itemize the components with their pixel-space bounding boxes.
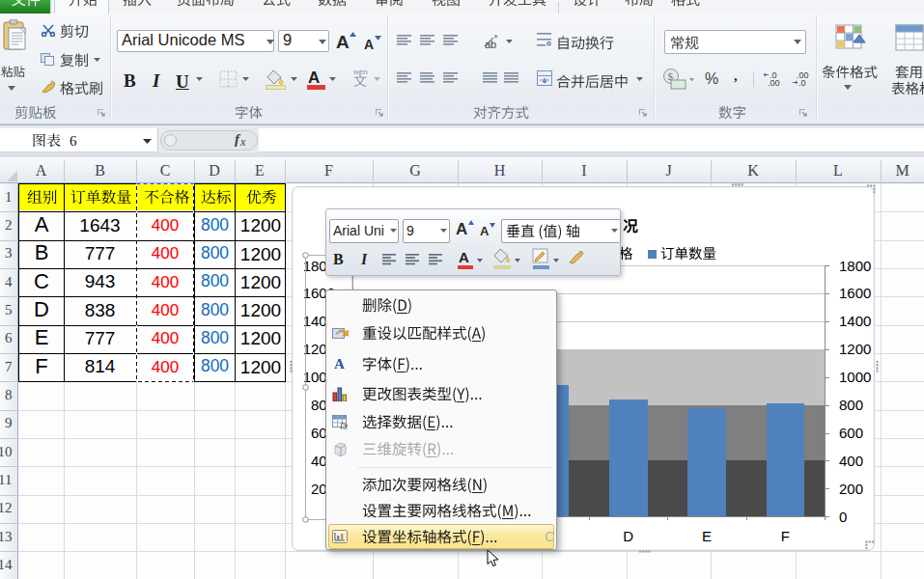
svg-text:ab: ab [485, 39, 496, 50]
svg-text:.0: .0 [798, 78, 806, 87]
svg-text:.00: .00 [768, 78, 780, 87]
